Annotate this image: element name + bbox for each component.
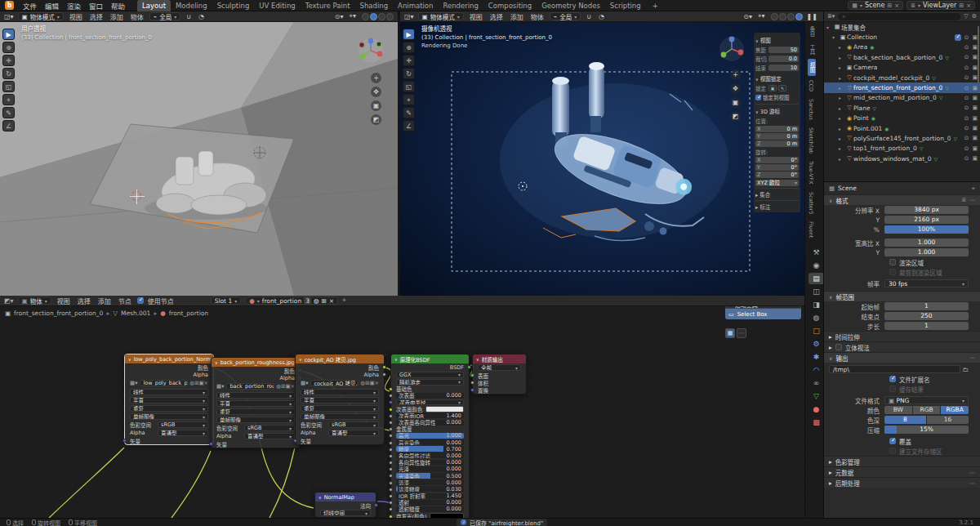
proportional-edit-icon[interactable]: ◔ xyxy=(197,13,206,20)
file-format-dropdown[interactable]: ▣ PNG▾ xyxy=(884,396,969,404)
lock-camera-icon[interactable]: ▣ xyxy=(768,85,777,91)
shader-node-editor[interactable]: ◩▾ ▣物体▾ 视图选择添加节点 使用节点 Slot 1▾ ●▾ front_p… xyxy=(0,296,804,518)
sidebar-tab-CCD[interactable]: CCD xyxy=(808,77,814,95)
pin-icon[interactable]: ⌖ xyxy=(972,185,975,193)
pause-render-icon[interactable]: ❚❚ xyxy=(805,13,819,20)
measure-tool-icon[interactable]: ∠ xyxy=(403,120,415,132)
zoom-icon[interactable]: + xyxy=(371,73,381,83)
workspace-tab-rendering[interactable]: Rendering xyxy=(438,0,483,11)
hide-eye-icon[interactable]: ⊙ xyxy=(964,125,969,132)
sidebar-view-field[interactable]: 10 xyxy=(768,65,799,71)
rotate-tool-icon[interactable]: ↻ xyxy=(2,68,15,79)
orientation-dropdown[interactable]: ⌁全局▾ xyxy=(149,12,181,20)
snap-magnet-icon[interactable]: ∪ xyxy=(185,13,193,20)
hide-eye-icon[interactable]: ⊙ xyxy=(964,85,969,91)
measure-tool-icon[interactable]: ∠ xyxy=(2,120,15,132)
presets-icon[interactable]: ≣ xyxy=(961,197,966,203)
cursor-rotation-row-field[interactable]: Z0° xyxy=(755,172,799,178)
workspace-tab-animation[interactable]: Animation xyxy=(393,0,438,11)
disable-render-icon[interactable]: ▣ xyxy=(972,74,978,81)
outliner-item-Point[interactable]: ▸◉Point◉⊙▣ xyxy=(824,114,980,123)
image-texture-node-1[interactable]: ∨back_portion_roughness.jpg颜色Alpha▦▾back… xyxy=(211,357,301,448)
workspace-tab-layout[interactable]: Layout xyxy=(137,0,171,11)
panel-元数据-collapsed[interactable]: ▸元数据— xyxy=(824,466,980,477)
shading-material-preview-icon[interactable] xyxy=(378,13,385,20)
sidebar-tab-工具[interactable]: 工具 xyxy=(808,41,816,58)
properties-tab-modifiers[interactable]: ⚙ xyxy=(808,338,824,350)
hide-eye-icon[interactable]: ⊙ xyxy=(964,105,969,111)
camera-view-icon[interactable]: ▣ xyxy=(371,100,381,111)
pan-hand-icon[interactable]: ✥ xyxy=(730,83,741,94)
unlink-scene-icon[interactable]: × xyxy=(894,2,899,9)
sidebar-view-field[interactable]: 0.0 xyxy=(768,56,799,62)
color-mode-RGB[interactable]: RGB xyxy=(913,406,941,414)
viewport-menu-选择[interactable]: 选择 xyxy=(88,12,105,21)
sidebar-panel-集合[interactable]: ▸ 集合 xyxy=(755,188,799,198)
outliner-item-mid_section_mid_portion_0[interactable]: ▸▽mid_section_mid_portion_0▽⊙▣ xyxy=(824,93,980,103)
sidebar-panel-标注[interactable]: ▸ 标注 xyxy=(755,200,799,211)
panel-frame-range-header[interactable]: ∨帧范围 xyxy=(824,291,980,301)
frame-range-field[interactable]: 250 xyxy=(884,312,969,320)
panel-后期处理-collapsed[interactable]: ▸后期处理— xyxy=(824,477,980,488)
workspace-tab-shading[interactable]: Shading xyxy=(355,0,394,11)
principled-bsdf-node[interactable]: ∨原理化BSDFBSDFGGX▾随机游走▾基础色次表面0.000次表面半径▾次表… xyxy=(390,354,470,518)
shading-solid-icon[interactable] xyxy=(779,13,786,20)
slot-menu-icon[interactable]: ⋯ xyxy=(737,328,746,338)
hide-eye-icon[interactable]: ⊙ xyxy=(964,34,969,41)
properties-tab-object-data[interactable]: ▽ xyxy=(808,390,824,402)
disable-render-icon[interactable]: ▣ xyxy=(972,44,978,51)
properties-tab-object[interactable]: □ xyxy=(808,325,824,337)
zoom-icon[interactable]: + xyxy=(730,69,741,80)
gizmos-icon[interactable]: ⌖▾ xyxy=(756,12,767,20)
sidebar-tab-True-VFX[interactable]: True-VFX xyxy=(808,158,814,187)
normal-map-node[interactable]: ∨NormalMap法向切线空间▾ xyxy=(314,492,376,518)
stereoscopy-checkbox[interactable] xyxy=(835,344,842,350)
viewport-3d-solid[interactable]: 用户透视 (33) Collection | front_section_fro… xyxy=(0,22,398,296)
workspace-tab-uv-editing[interactable]: UV Editing xyxy=(254,0,300,11)
color-depth-16[interactable]: 16 xyxy=(927,416,969,424)
color-mode-RGBA[interactable]: RGBA xyxy=(941,406,969,414)
file-extensions-checkbox[interactable] xyxy=(889,376,896,382)
properties-tab-view-layer[interactable]: ◫ xyxy=(808,286,824,297)
slot-dropdown[interactable]: Slot 1▾ xyxy=(211,296,242,305)
disable-render-icon[interactable]: ▣ xyxy=(972,54,978,60)
sidebar-tab-视图[interactable]: 视图 xyxy=(808,59,816,76)
format-value-field[interactable]: 100% xyxy=(884,225,969,234)
hide-eye-icon[interactable]: ⊙ xyxy=(964,115,969,122)
editor-type-icon[interactable]: ◲▾ xyxy=(4,13,14,20)
viewlayer-selector[interactable]: ≣▾ ViewLayer ⊞ × xyxy=(906,1,975,10)
scale-tool-icon[interactable]: ◱ xyxy=(403,81,415,92)
move-tool-icon[interactable]: ✛ xyxy=(403,55,415,66)
rotation-mode-dropdown[interactable]: XYZ 欧拉▾ xyxy=(755,180,799,186)
viewport-menu-添加[interactable]: 添加 xyxy=(109,12,125,21)
fake-user-icon[interactable]: ◍ xyxy=(314,297,319,305)
menu-渲染[interactable]: 渲染 xyxy=(63,1,85,11)
lock-eyedropper-icon[interactable]: ✎ xyxy=(778,85,786,91)
properties-tab-world[interactable]: ◍ xyxy=(808,312,824,323)
framerate-dropdown[interactable]: 30 fps▾ xyxy=(884,279,969,288)
image-texture-node-2[interactable]: ∨cockpit_AO 拷贝.jpg颜色Alpha▦▾cockpit_AO 拷贝… xyxy=(295,354,385,445)
view-lock-header[interactable]: ∨ 视图锁定 xyxy=(755,74,799,82)
mode-dropdown[interactable]: ▣物体模式▾ xyxy=(418,12,464,20)
sidebar-tab-Scatter5[interactable]: Scatter5 xyxy=(808,189,814,218)
disable-render-icon[interactable]: ▣ xyxy=(972,95,978,101)
disable-render-icon[interactable]: ▣ xyxy=(972,65,978,71)
cursor-location-row-field[interactable]: Y0 m xyxy=(755,133,799,140)
viewport-menu-选择[interactable]: 选择 xyxy=(488,12,505,21)
outliner-item-Camera[interactable]: ▸▣Camera⊙▣ xyxy=(824,63,980,73)
menu-编辑[interactable]: 编辑 xyxy=(41,1,63,11)
outliner-item-Point.001[interactable]: ▸◉Point.001◉⊙▣ xyxy=(824,123,980,133)
properties-tab-texture[interactable]: ▩ xyxy=(808,417,824,428)
format-value-field[interactable]: 2160 px xyxy=(884,216,969,224)
open-folder-icon[interactable]: 🗀 xyxy=(963,366,969,373)
outliner-item-Area[interactable]: ▸◉Area◉⊙▣ xyxy=(824,42,980,52)
panel-output-header[interactable]: ∨输出 — xyxy=(824,352,980,363)
menu-文件[interactable]: 文件 xyxy=(19,1,41,11)
output-path-field[interactable]: /tmp\ xyxy=(829,365,960,373)
menu-窗口[interactable]: 窗口 xyxy=(85,1,107,11)
panel-menu-icon[interactable]: — xyxy=(969,197,975,203)
disable-render-icon[interactable]: ▣ xyxy=(972,105,978,111)
workspace-tab-scripting[interactable]: Scripting xyxy=(605,0,646,11)
unlink-material-icon[interactable]: × xyxy=(329,297,334,305)
blender-logo-icon[interactable]: b xyxy=(5,1,14,10)
